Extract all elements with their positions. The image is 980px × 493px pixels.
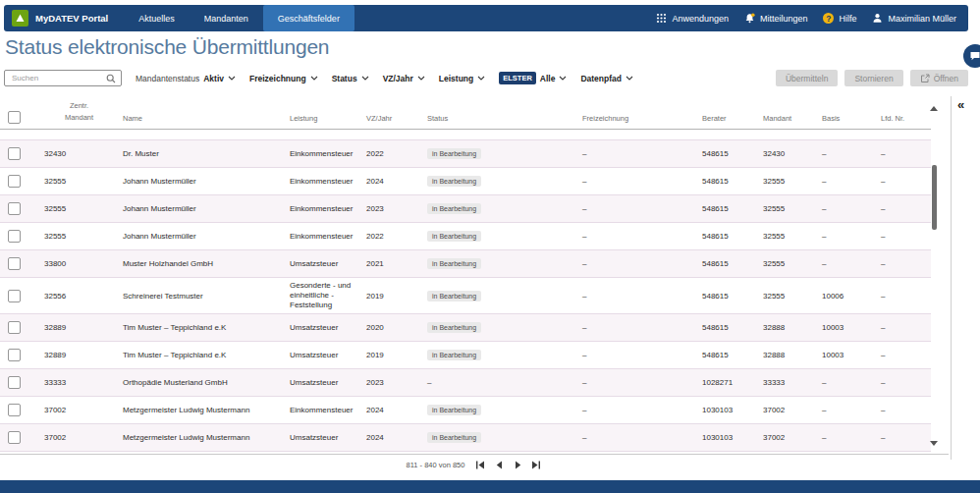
cell-berater: 1028271: [697, 375, 758, 390]
cell-berater: 548615: [697, 201, 758, 216]
row-checkbox[interactable]: [8, 290, 21, 302]
filter-leistung[interactable]: Leistung: [439, 74, 485, 83]
brand-title[interactable]: MyDATEV Portal: [35, 13, 108, 24]
oeffnen-button[interactable]: Öffnen: [910, 70, 968, 86]
col-header-zentr-mandant[interactable]: Zentr. Mandant: [39, 100, 118, 129]
table-row[interactable]: 32555Johann MustermüllerEinkommensteuer2…: [0, 195, 931, 223]
table-row[interactable]: 32430Dr. MusterEinkommensteuer2022in Bea…: [0, 140, 931, 168]
cell-zentr: 32889: [39, 320, 118, 335]
row-checkbox-cell: [0, 227, 39, 246]
filter-vz-jahr[interactable]: VZ/Jahr: [383, 74, 425, 83]
stornieren-button[interactable]: Stornieren: [844, 70, 902, 86]
row-checkbox[interactable]: [8, 202, 21, 215]
table-body: 32430Dr. MusterEinkommensteuer2022in Bea…: [0, 130, 931, 452]
scrollbar-down-arrow[interactable]: [930, 441, 938, 446]
cell-basis: –: [817, 403, 876, 417]
cell-frei: –: [577, 375, 697, 390]
previous-page-button[interactable]: [493, 460, 505, 471]
status-badge: in Bearbeitung: [427, 148, 481, 159]
search-box[interactable]: [4, 70, 122, 86]
cell-lfd: –: [876, 375, 931, 390]
col-header-basis[interactable]: Basis: [817, 114, 876, 129]
table-row[interactable]: 37002Metzgermeister Ludwig MustermannEin…: [0, 397, 931, 424]
logo-icon: [15, 13, 26, 24]
row-checkbox[interactable]: [8, 230, 21, 243]
nav-item-aktuelles[interactable]: Aktuelles: [124, 5, 190, 31]
cell-zentr: 33800: [39, 256, 118, 271]
table-row[interactable]: 32555Johann MustermüllerEinkommensteuer2…: [0, 168, 931, 195]
cell-name: Johann Mustermüller: [118, 229, 285, 244]
cell-leistung: Umsatzsteuer: [285, 430, 361, 446]
hilfe-menu[interactable]: ? Hilfe: [823, 13, 856, 24]
cell-vz: 2021: [361, 256, 422, 271]
first-page-button[interactable]: [474, 460, 486, 471]
col-header-name[interactable]: Name: [118, 114, 285, 129]
cell-berater: 548615: [697, 320, 758, 335]
last-page-button[interactable]: [530, 460, 542, 471]
elster-badge: ELSTER: [499, 72, 536, 84]
table-row[interactable]: 33333Orthopädie Musterland GmbHUmsatzste…: [0, 369, 931, 397]
cell-frei: –: [577, 256, 697, 271]
cell-mandant: 32555: [758, 289, 817, 303]
col-header-leistung[interactable]: Leistung: [285, 114, 361, 129]
cell-status: in Bearbeitung: [422, 173, 577, 190]
datenpfad-label: Datenpfad: [580, 74, 622, 83]
table-row[interactable]: 37002Metzgermeister Ludwig MustermannUms…: [0, 424, 931, 452]
cell-mandant: 32430: [758, 146, 817, 161]
filter-freizeichnung[interactable]: Freizeichnung: [249, 74, 318, 83]
uebermitteln-button[interactable]: Übermitteln: [776, 70, 838, 86]
row-checkbox[interactable]: [8, 376, 21, 389]
collapse-panel-button[interactable]: «: [957, 98, 964, 111]
table-row[interactable]: 32555Johann MustermüllerEinkommensteuer2…: [0, 223, 931, 250]
col-header-vz-jahr[interactable]: VZ/Jahr: [361, 114, 422, 129]
cell-leistung: Einkommensteuer: [285, 174, 361, 190]
col-header-lfd-nr[interactable]: Lfd. Nr.: [876, 114, 931, 129]
row-checkbox[interactable]: [8, 321, 21, 334]
cell-frei: –: [577, 229, 697, 244]
col-header-berater[interactable]: Berater: [697, 114, 758, 129]
col-header-mandant[interactable]: Mandant: [758, 114, 817, 129]
cell-name: Schreinerei Testmuster: [118, 289, 285, 303]
cell-name: Muster Holzhandel GmbH: [118, 256, 285, 271]
table-row[interactable]: 33800Muster Holzhandel GmbHUmsatzsteuer2…: [0, 250, 931, 278]
row-checkbox[interactable]: [8, 431, 21, 444]
row-checkbox[interactable]: [8, 147, 21, 160]
row-checkbox-cell: [0, 318, 39, 337]
table-row[interactable]: 32889Tim Muster – Teppichland e.KUmsatzs…: [0, 342, 931, 369]
search-input[interactable]: [10, 73, 106, 83]
feedback-chat-button[interactable]: [963, 44, 980, 68]
filter-status[interactable]: Status: [332, 74, 369, 83]
filter-elster[interactable]: ELSTER Alle: [499, 72, 567, 84]
cell-berater: 548615: [697, 174, 758, 189]
row-checkbox[interactable]: [8, 257, 21, 270]
col-header-freizeichnung[interactable]: Freizeichnung: [577, 114, 697, 129]
mitteilungen-menu[interactable]: Mitteilungen: [744, 13, 808, 24]
chevron-down-icon: [228, 76, 236, 81]
scrollbar-thumb[interactable]: [932, 165, 937, 230]
next-page-icon: [515, 461, 521, 469]
user-menu[interactable]: Maximilian Müller: [872, 13, 956, 24]
table-row[interactable]: 32889Tim Muster – Teppichland e.KUmsatzs…: [0, 314, 931, 342]
row-checkbox[interactable]: [8, 175, 21, 188]
cell-status: in Bearbeitung: [422, 228, 577, 245]
cell-name: Tim Muster – Teppichland e.K: [118, 320, 285, 335]
filter-datenpfad[interactable]: Datenpfad: [580, 74, 633, 83]
next-page-button[interactable]: [512, 460, 523, 471]
freizeichnung-label: Freizeichnung: [249, 74, 306, 83]
nav-item-mandanten[interactable]: Mandanten: [190, 5, 263, 31]
nav-item-geschaeftsfelder[interactable]: Geschäftsfelder: [263, 5, 354, 31]
anwendungen-menu[interactable]: Anwendungen: [656, 13, 729, 24]
cell-leistung: Umsatzsteuer: [285, 320, 361, 336]
table-row[interactable]: 32556Schreinerei TestmusterGesonderte - …: [0, 278, 931, 314]
cell-mandant: 37002: [758, 430, 817, 445]
row-checkbox-cell: [0, 144, 39, 163]
scrollbar-up-arrow[interactable]: [930, 106, 938, 111]
filter-mandantenstatus[interactable]: Mandantenstatus Aktiv: [136, 74, 236, 83]
cell-basis: –: [817, 174, 876, 189]
col-header-status[interactable]: Status: [422, 114, 577, 129]
cell-vz: 2019: [361, 289, 422, 303]
row-checkbox[interactable]: [8, 404, 21, 416]
select-all-checkbox[interactable]: [8, 111, 21, 124]
row-checkbox[interactable]: [8, 349, 21, 361]
cell-lfd: –: [876, 430, 931, 445]
